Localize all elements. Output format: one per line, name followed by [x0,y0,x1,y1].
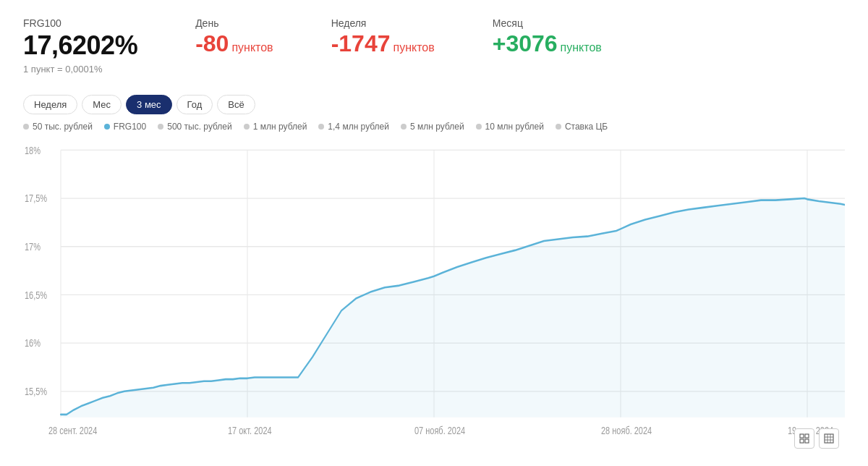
stat-month-unit: пунктов [561,41,602,54]
stat-week: Неделя -1747пунктов [331,17,435,57]
stat-week-unit: пунктов [393,41,434,54]
legend-cb-rate: Ставка ЦБ [556,122,608,132]
y-label-17: 17% [25,242,41,253]
legend-5m: 5 млн рублей [401,122,464,132]
legend-cb-rate-label: Ставка ЦБ [565,122,608,132]
period-3month-button[interactable]: 3 мес [126,95,172,114]
x-label-oct: 17 окт. 2024 [228,425,272,437]
chart-icon [824,433,834,444]
period-week-button[interactable]: Неделя [23,95,77,114]
stat-day: День -80пунктов [195,17,273,57]
period-month-button[interactable]: Мес [82,95,122,114]
chart-svg: 18% 17,5% 17% 16,5% 16% 15,5% [23,139,845,454]
x-label-sep: 28 сент. 2024 [48,425,97,437]
stat-day-value: -80пунктов [195,30,273,57]
y-label-16: 16% [25,338,41,350]
y-label-16-5: 16,5% [25,289,47,301]
legend-5m-dot [401,124,407,130]
legend-5m-label: 5 млн рублей [410,122,464,132]
legend-50k-dot [23,124,29,130]
y-label-15-5: 15,5% [25,386,47,398]
header: FRG100 17,6202% 1 пункт = 0,0001% День -… [23,17,845,75]
legend-50k-label: 50 тыс. рублей [33,122,93,132]
bottom-icons [794,428,839,449]
period-year-button[interactable]: Год [176,95,213,114]
legend-1m-label: 1 млн рублей [253,122,307,132]
legend-frg100-dot [104,124,110,130]
stats-block: День -80пунктов Неделя -1747пунктов Меся… [195,17,602,57]
chart-area: 18% 17,5% 17% 16,5% 16% 15,5% [23,139,845,454]
legend-50k: 50 тыс. рублей [23,122,93,132]
legend-500k-label: 500 тыс. рублей [167,122,232,132]
stat-day-unit: пунктов [231,41,273,54]
legend-1-4m: 1,4 млн рублей [318,122,389,132]
ticker-unit: 1 пункт = 0,0001% [23,64,137,75]
stat-week-value: -1747пунктов [331,30,435,57]
svg-rect-1 [805,434,809,438]
ticker-name: FRG100 [23,17,137,29]
y-label-18: 18% [25,145,41,156]
main-container: FRG100 17,6202% 1 пункт = 0,0001% День -… [0,0,868,466]
ticker-value: 17,6202% [23,30,137,61]
y-label-17-5: 17,5% [25,193,47,205]
stat-month-label: Месяц [493,17,602,29]
stat-month: Месяц +3076пунктов [493,17,602,57]
table-icon [799,433,809,444]
legend-frg100-label: FRG100 [114,122,146,132]
legend-1-4m-label: 1,4 млн рублей [328,122,389,132]
x-label-nov28: 28 нояб. 2024 [601,425,652,437]
stat-day-label: День [195,17,273,29]
legend-frg100: FRG100 [104,122,146,132]
svg-rect-2 [800,439,804,443]
legend-500k-dot [158,124,163,130]
legend-cb-rate-dot [556,124,561,130]
stat-week-label: Неделя [331,17,435,29]
legend-10m: 10 млн рублей [476,122,544,132]
x-label-nov7: 07 нояб. 2024 [414,425,465,437]
ticker-block: FRG100 17,6202% 1 пункт = 0,0001% [23,17,137,75]
chart-legend: 50 тыс. рублей FRG100 500 тыс. рублей 1 … [23,122,845,132]
period-controls: Неделя Мес 3 мес Год Всё [23,95,845,114]
chart-view-button[interactable] [819,428,839,449]
svg-rect-0 [800,434,804,438]
stat-month-value: +3076пунктов [493,30,602,57]
legend-1-4m-dot [318,124,324,130]
table-view-button[interactable] [794,428,814,449]
svg-rect-3 [805,439,809,443]
legend-10m-label: 10 млн рублей [485,122,544,132]
legend-1m: 1 млн рублей [244,122,307,132]
legend-500k: 500 тыс. рублей [158,122,232,132]
legend-10m-dot [476,124,482,130]
period-all-button[interactable]: Всё [217,95,255,114]
legend-1m-dot [244,124,250,130]
chart-fill [61,198,845,418]
svg-rect-4 [825,434,833,443]
